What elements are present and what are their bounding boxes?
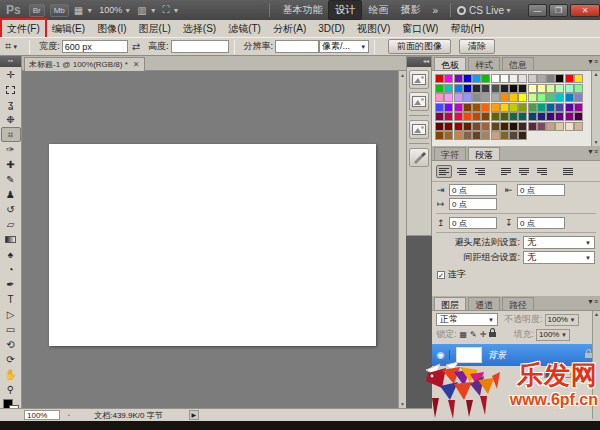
color-swatch[interactable]	[574, 112, 583, 121]
more-workspaces-button[interactable]: »	[426, 3, 444, 18]
lock-pixels-icon[interactable]: ✎	[470, 330, 477, 339]
menu-item[interactable]: 图层(L)	[134, 20, 176, 38]
height-input[interactable]	[171, 40, 229, 53]
color-swatch[interactable]	[574, 103, 583, 112]
color-swatch[interactable]	[518, 122, 527, 131]
eraser-tool[interactable]: ▱	[1, 217, 21, 232]
menu-item[interactable]: 视图(V)	[352, 20, 395, 38]
hyphenate-checkbox[interactable]: ✓	[437, 271, 445, 279]
color-swatch[interactable]	[537, 112, 546, 121]
color-swatch[interactable]	[528, 93, 537, 102]
workspace-button[interactable]: 基本功能	[276, 1, 328, 19]
panel-icon-button-3[interactable]	[409, 120, 429, 139]
color-swatch[interactable]	[454, 103, 463, 112]
color-swatch[interactable]	[518, 74, 527, 83]
color-swatch[interactable]	[491, 112, 500, 121]
color-swatch[interactable]	[481, 93, 490, 102]
tab-paths[interactable]: 路径	[502, 297, 534, 310]
tab-channels[interactable]: 通道	[468, 297, 500, 310]
color-swatch[interactable]	[444, 103, 453, 112]
color-swatch[interactable]	[444, 122, 453, 131]
panel-icon-button-1[interactable]	[409, 70, 429, 89]
screen-mode-icon[interactable]: ⛶	[163, 4, 170, 16]
tab-styles[interactable]: 样式	[468, 57, 500, 70]
color-swatch[interactable]	[491, 131, 500, 140]
color-swatch[interactable]	[555, 74, 564, 83]
color-swatch[interactable]	[574, 74, 583, 83]
pen-tool[interactable]: ✒	[1, 277, 21, 292]
color-swatch[interactable]	[509, 112, 518, 121]
lock-transparency-icon[interactable]: ▦	[460, 330, 468, 339]
color-swatch[interactable]	[472, 122, 481, 131]
opacity-input[interactable]: 100% ▼	[545, 314, 579, 326]
color-swatch[interactable]	[555, 93, 564, 102]
color-swatch[interactable]	[546, 122, 555, 131]
color-swatch[interactable]	[555, 112, 564, 121]
color-swatch[interactable]	[463, 112, 472, 121]
paragraph-align-button-7[interactable]	[560, 165, 576, 178]
arrange-documents-icon[interactable]: ▦	[74, 5, 83, 16]
color-swatch[interactable]	[509, 122, 518, 131]
color-swatch[interactable]	[500, 84, 509, 93]
color-swatch[interactable]	[546, 112, 555, 121]
color-swatch[interactable]	[565, 103, 574, 112]
resolution-input[interactable]	[275, 40, 319, 53]
resolution-unit-select[interactable]: 像素/... ▼	[319, 40, 369, 53]
menu-item[interactable]: 分析(A)	[268, 20, 311, 38]
close-button[interactable]: ✕	[570, 4, 600, 17]
color-swatch[interactable]	[565, 122, 574, 131]
status-menu-arrow[interactable]: ▶	[189, 410, 199, 420]
color-swatch[interactable]	[463, 122, 472, 131]
workspace-button[interactable]: 设计	[328, 0, 362, 20]
lock-position-icon[interactable]: ✛	[480, 330, 487, 339]
color-swatch[interactable]	[472, 112, 481, 121]
color-swatch[interactable]	[555, 122, 564, 131]
view-extras-icon[interactable]: ▥	[137, 5, 146, 16]
color-swatch[interactable]	[555, 103, 564, 112]
paragraph-align-button-2[interactable]	[454, 165, 470, 178]
workspace-button[interactable]: 摄影	[394, 1, 426, 19]
color-swatch[interactable]	[528, 112, 537, 121]
color-swatch[interactable]	[574, 84, 583, 93]
color-swatch[interactable]	[509, 131, 518, 140]
color-swatch[interactable]	[463, 131, 472, 140]
path-selection-tool[interactable]: ▷	[1, 307, 21, 322]
color-swatch[interactable]	[491, 122, 500, 131]
color-swatch[interactable]	[463, 74, 472, 83]
color-swatch[interactable]	[481, 112, 490, 121]
color-swatch[interactable]	[546, 93, 555, 102]
color-swatch[interactable]	[528, 122, 537, 131]
scroll-up-icon[interactable]: ▲	[399, 71, 406, 79]
clear-button[interactable]: 清除	[459, 39, 495, 54]
space-before-input[interactable]: 0 点	[449, 217, 497, 229]
color-swatch[interactable]	[500, 112, 509, 121]
document-tab[interactable]: 未标题-1 @ 100%(RGB/8) * ✕	[24, 57, 145, 71]
shape-tool[interactable]: ▭	[1, 322, 21, 337]
color-swatch[interactable]	[454, 112, 463, 121]
blur-tool[interactable]: ♠	[1, 247, 21, 262]
color-swatch[interactable]	[500, 103, 509, 112]
color-swatch[interactable]	[565, 74, 574, 83]
color-swatch[interactable]	[444, 112, 453, 121]
status-zoom-input[interactable]: 100%	[24, 410, 60, 420]
menu-item[interactable]: 文件(F)	[2, 20, 45, 38]
color-swatch[interactable]	[565, 112, 574, 121]
restore-button[interactable]: ❐	[549, 4, 568, 17]
color-swatch[interactable]	[546, 84, 555, 93]
bridge-button[interactable]: Br	[29, 4, 45, 17]
color-swatch[interactable]	[528, 74, 537, 83]
dodge-tool[interactable]: ◔	[1, 262, 21, 277]
paragraph-align-button-4[interactable]	[498, 165, 514, 178]
menu-item[interactable]: 滤镜(T)	[223, 20, 266, 38]
color-swatch[interactable]	[528, 103, 537, 112]
zoom-level-control[interactable]: 100%	[99, 5, 122, 15]
workspace-button[interactable]: 绘画	[362, 1, 394, 19]
mojikumi-select[interactable]: 无 ▼	[523, 251, 595, 264]
color-swatch[interactable]	[565, 93, 574, 102]
color-swatch[interactable]	[444, 93, 453, 102]
color-swatch[interactable]	[454, 84, 463, 93]
color-swatch[interactable]	[454, 74, 463, 83]
tab-paragraph[interactable]: 段落	[468, 147, 500, 160]
panel-icon-button-2[interactable]	[409, 92, 429, 111]
menu-item[interactable]: 3D(D)	[313, 21, 350, 36]
